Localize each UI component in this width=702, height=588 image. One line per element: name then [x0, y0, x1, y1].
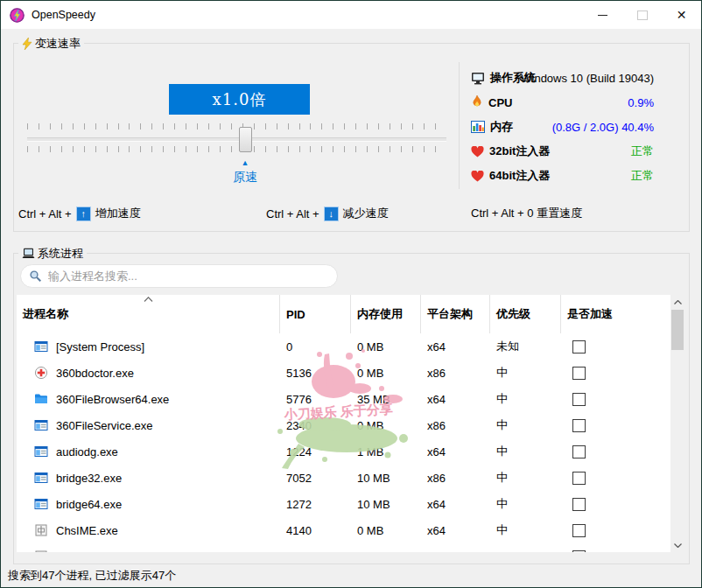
window-title: OpenSpeedy [32, 9, 95, 21]
accelerate-checkbox[interactable] [572, 550, 586, 553]
accelerate-checkbox[interactable] [572, 524, 586, 537]
process-name: audiodg.exe [56, 445, 118, 458]
table-header: 进程名称 PID 内存使用 平台架构 优先级 是否加速 [17, 295, 684, 333]
process-name: bridge64.exe [56, 498, 122, 511]
flame-icon [471, 95, 483, 109]
info-value-injector32: 正常 [631, 142, 654, 161]
header-pid[interactable]: PID [280, 295, 351, 333]
heart-icon [471, 171, 484, 182]
cell-priority: 中 [490, 522, 561, 538]
cell-process-name: bridge32.exe [17, 471, 280, 485]
up-arrow-key-icon: ↑ [76, 206, 91, 221]
accelerate-checkbox[interactable] [572, 498, 586, 511]
cell-memory: 10 MB [351, 472, 421, 485]
slider-track[interactable] [27, 137, 446, 142]
cell-accelerate [561, 524, 670, 537]
cell-accelerate [561, 472, 670, 485]
table-row[interactable]: bridge64.exe127210 MBx64中 [17, 491, 684, 517]
scroll-up-button[interactable] [670, 295, 684, 309]
accelerate-checkbox[interactable] [572, 472, 586, 485]
table-row[interactable]: bridge32.exe705210 MBx86中 [17, 465, 684, 491]
scrollbar-thumb[interactable] [671, 310, 684, 350]
origin-speed-label: 原速 [221, 170, 270, 186]
header-priority[interactable]: 优先级 [490, 295, 561, 333]
slider-ticks-top [27, 123, 446, 130]
cell-accelerate [561, 340, 670, 354]
cell-arch: x86 [421, 367, 490, 380]
slider-handle[interactable] [239, 127, 252, 152]
shortcut-text: Ctrl + Alt + 0 重置速度 [471, 206, 582, 221]
slider-ticks-bottom [27, 146, 446, 152]
cell-pid: 5776 [280, 393, 351, 406]
table-row[interactable]: 360bdoctor.exe51360 MBx86中 [17, 360, 684, 386]
cell-accelerate [561, 445, 670, 458]
scroll-down-button[interactable] [670, 538, 684, 552]
minimize-button[interactable] [583, 1, 622, 29]
cell-process-name: 360bdoctor.exe [17, 366, 280, 380]
memory-chart-icon [471, 121, 485, 133]
cell-arch: x64 [421, 393, 490, 406]
process-group-legend: 系统进程 [18, 246, 87, 261]
title-bar: OpenSpeedy ✕ [1, 1, 701, 29]
info-label: 32bit注入器 [489, 144, 550, 159]
app-window-icon [34, 497, 48, 511]
header-memory[interactable]: 内存使用 [351, 295, 421, 333]
table-row[interactable]: ChsIME.exe41400 MBx64中 [17, 517, 684, 543]
openspeedy-window: OpenSpeedy ✕ 变速速率 x1.0倍 ▲ 原速 操作系统 Window… [0, 0, 702, 588]
minimize-icon [598, 15, 607, 16]
close-button[interactable]: ✕ [662, 1, 701, 29]
cell-priority: 未知 [490, 339, 561, 354]
cell-pid: 2340 [280, 419, 351, 432]
cell-accelerate [561, 550, 670, 553]
chevron-up-icon [674, 300, 682, 304]
cell-process-name [17, 550, 280, 552]
close-icon: ✕ [677, 9, 687, 21]
shortcut-text: Ctrl + Alt + [18, 207, 72, 220]
header-accelerate[interactable]: 是否加速 [561, 295, 670, 333]
info-value-os: Windows 10 (Build 19043) [521, 68, 654, 88]
cell-memory: 0 MB [351, 367, 421, 380]
cell-priority: 中 [490, 365, 561, 381]
accelerate-checkbox[interactable] [572, 367, 586, 380]
origin-marker-icon: ▲ [234, 158, 256, 167]
accelerate-checkbox[interactable] [572, 393, 586, 406]
cell-priority: 中 [490, 470, 561, 486]
table-row[interactable]: audiodg.exe12241 MBx64中 [17, 438, 684, 465]
heart-icon [471, 146, 484, 158]
table-row[interactable]: [System Process]00 MBx64未知 [17, 333, 684, 360]
cell-arch: x64 [421, 340, 490, 354]
info-row-injector64: 64bit注入器 [471, 166, 656, 186]
search-input[interactable] [46, 269, 312, 284]
process-table-body: [System Process]00 MBx64未知360bdoctor.exe… [17, 333, 684, 552]
cell-memory: 10 MB [351, 498, 421, 511]
monitor-icon [471, 72, 485, 85]
vertical-scrollbar[interactable] [670, 295, 684, 552]
cell-priority: 中 [490, 391, 561, 407]
cell-arch: x64 [421, 524, 490, 537]
maximize-button[interactable] [622, 1, 662, 29]
shortcut-decrease: Ctrl + Alt + ↓ 减少速度 [266, 206, 389, 221]
cell-pid: 0 [280, 340, 351, 354]
cell-accelerate [561, 419, 670, 432]
status-bar: 搜索到47个进程, 已过滤展示47个 [1, 564, 701, 587]
cell-memory: 0 MB [351, 524, 421, 537]
accelerate-checkbox[interactable] [572, 340, 586, 354]
cell-memory: 0 MB [351, 340, 421, 354]
cell-accelerate [561, 367, 670, 380]
app-window-icon [34, 444, 48, 458]
cell-pid: 4140 [280, 524, 351, 537]
accelerate-checkbox[interactable] [572, 419, 586, 432]
table-row[interactable]: 360FileBrowser64.exe577635 MBx64中 [17, 386, 684, 412]
app-window-icon [34, 471, 48, 485]
speed-group-legend: 变速速率 [18, 36, 84, 51]
table-row[interactable]: 360FileService.exe23400 MBx86中 [17, 412, 684, 438]
process-name: ChsIME.exe [56, 524, 118, 537]
speed-value-label: x1.0倍 [169, 84, 310, 115]
process-name: 360bdoctor.exe [56, 367, 134, 380]
table-row[interactable] [17, 543, 684, 552]
header-arch[interactable]: 平台架构 [421, 295, 490, 333]
cell-priority: 中 [490, 444, 561, 459]
cell-memory: 1 MB [351, 445, 421, 458]
cell-arch: x64 [421, 445, 490, 458]
accelerate-checkbox[interactable] [572, 445, 586, 458]
